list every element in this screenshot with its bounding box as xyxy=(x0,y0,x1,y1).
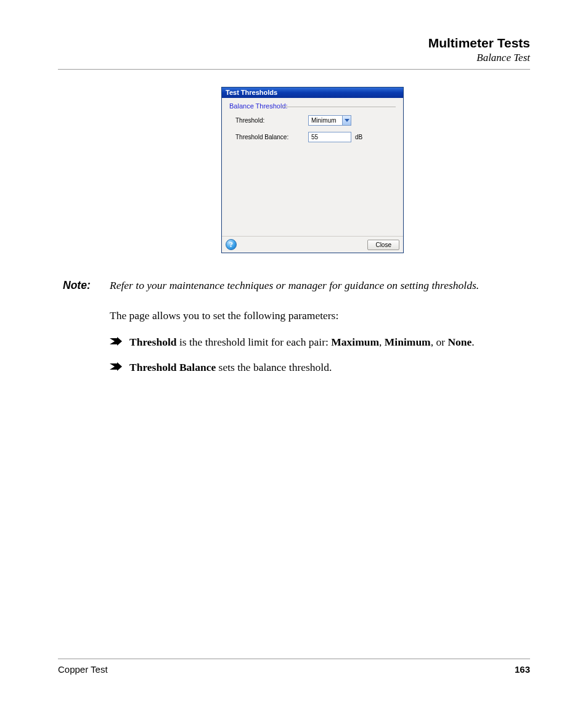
footer-left: Copper Test xyxy=(58,664,108,675)
bullet-lead: Threshold Balance xyxy=(129,361,216,373)
arrow-icon xyxy=(110,337,122,346)
note-text: Refer to your maintenance techniques or … xyxy=(110,278,479,293)
threshold-balance-unit: dB xyxy=(355,134,362,140)
threshold-label: Threshold: xyxy=(232,117,308,124)
svg-marker-1 xyxy=(110,337,122,346)
parameter-list: Threshold is the threshold limit for eac… xyxy=(110,335,530,375)
chevron-down-icon[interactable] xyxy=(342,116,351,125)
header-title: Multimeter Tests xyxy=(58,36,530,51)
footer-rule xyxy=(58,659,530,659)
dialog-body: Balance Threshold: Threshold: Minimum Th… xyxy=(222,98,403,236)
intro-paragraph: The page allows you to set the following… xyxy=(110,308,530,323)
figure-container: Test Thresholds Balance Threshold: Thres… xyxy=(58,87,530,253)
list-item: Threshold is the threshold limit for eac… xyxy=(110,335,530,350)
bullet-opt: None xyxy=(447,336,472,348)
help-icon[interactable]: ? xyxy=(226,239,237,250)
threshold-balance-row: Threshold Balance: 55 dB xyxy=(232,132,393,142)
group-legend: Balance Threshold: xyxy=(228,102,289,110)
header-rule xyxy=(58,69,530,70)
body-text: Note: Refer to your maintenance techniqu… xyxy=(58,278,530,375)
dialog-title: Test Thresholds xyxy=(226,89,277,96)
page-number: 163 xyxy=(515,664,530,675)
balance-threshold-group: Balance Threshold: Threshold: Minimum Th… xyxy=(227,103,398,232)
test-thresholds-dialog: Test Thresholds Balance Threshold: Thres… xyxy=(221,87,404,253)
page-header: Multimeter Tests Balance Test xyxy=(58,36,530,64)
header-subtitle: Balance Test xyxy=(58,52,530,64)
bullet-sep: , or xyxy=(431,336,448,348)
arrow-icon xyxy=(110,362,122,371)
list-item: Threshold Balance sets the balance thres… xyxy=(110,360,530,375)
note-label: Note: xyxy=(63,278,110,293)
bullet-opt: Maximum xyxy=(331,336,379,348)
threshold-balance-value: 55 xyxy=(311,134,318,140)
page-footer: Copper Test 163 xyxy=(58,659,530,675)
svg-marker-2 xyxy=(110,362,122,371)
dialog-footer: ? Close xyxy=(222,236,403,253)
close-button[interactable]: Close xyxy=(367,240,399,250)
bullet-text: sets the balance threshold. xyxy=(216,361,332,373)
bullet-sep: , xyxy=(379,336,385,348)
threshold-row: Threshold: Minimum xyxy=(232,115,393,126)
bullet-opt: Minimum xyxy=(385,336,431,348)
bullet-text: is the threshold limit for each pair: xyxy=(177,336,332,348)
threshold-balance-input[interactable]: 55 xyxy=(308,132,351,142)
threshold-select-value: Minimum xyxy=(309,117,342,124)
note-block: Note: Refer to your maintenance techniqu… xyxy=(110,278,530,293)
group-rule xyxy=(281,107,396,107)
dialog-titlebar: Test Thresholds xyxy=(222,87,403,98)
bullet-tail: . xyxy=(472,336,474,348)
svg-marker-0 xyxy=(345,119,349,122)
bullet-lead: Threshold xyxy=(129,336,177,348)
threshold-select[interactable]: Minimum xyxy=(308,115,351,126)
threshold-balance-label: Threshold Balance: xyxy=(232,134,308,140)
